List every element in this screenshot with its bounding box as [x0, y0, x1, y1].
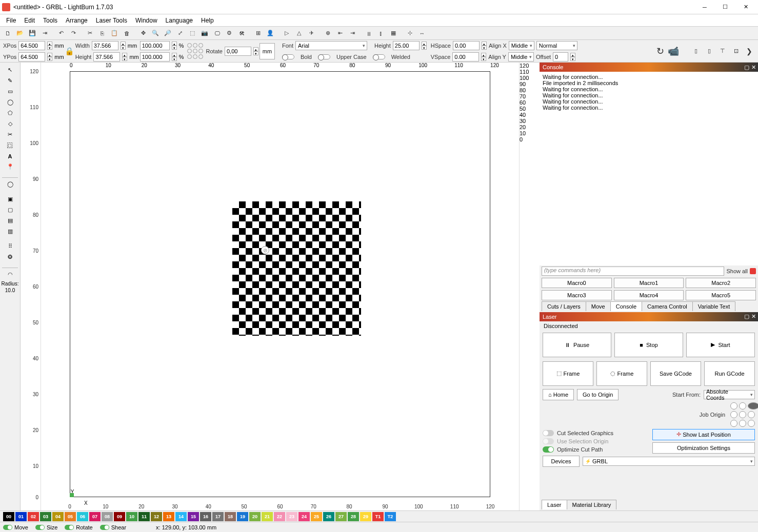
- radius-tool-icon[interactable]: ◠: [4, 269, 16, 280]
- device-select[interactable]: ⚡ GRBL: [583, 457, 755, 466]
- color-swatch-15[interactable]: 15: [188, 512, 199, 521]
- laser-close-icon[interactable]: ✕: [751, 313, 756, 320]
- distribute-v-icon[interactable]: ⫿: [375, 28, 387, 39]
- size-toggle[interactable]: [35, 525, 45, 530]
- color-swatch-07[interactable]: 07: [89, 512, 101, 521]
- imported-image[interactable]: [232, 201, 362, 336]
- color-swatch-14[interactable]: 14: [175, 512, 187, 521]
- zoom-in-icon[interactable]: 🔍: [150, 28, 161, 39]
- vspace-input[interactable]: 0.00: [452, 52, 479, 62]
- align-bot-icon[interactable]: ⊤: [717, 46, 728, 57]
- circular-array-icon[interactable]: ❂: [4, 252, 16, 262]
- rotate-input[interactable]: 0,00: [225, 47, 251, 56]
- boolean-weld-icon[interactable]: ▥: [4, 226, 16, 237]
- hspace-input[interactable]: 0.00: [453, 41, 480, 50]
- upper-toggle[interactable]: [318, 54, 330, 59]
- tab-variable[interactable]: Variable Text: [692, 301, 736, 311]
- color-swatch-20[interactable]: 20: [249, 512, 261, 521]
- ellipse-tool-icon[interactable]: ◯: [4, 97, 16, 108]
- color-swatch-08[interactable]: 08: [102, 512, 113, 521]
- macro1-button[interactable]: Macro1: [614, 278, 684, 288]
- console-input[interactable]: (type commands here): [542, 267, 724, 276]
- polygon-tool-icon[interactable]: ⬠: [4, 108, 16, 118]
- menu-language[interactable]: Language: [162, 16, 197, 25]
- cam-icon[interactable]: 📹: [668, 46, 679, 57]
- minimize-button[interactable]: ─: [694, 1, 715, 14]
- color-swatch-04[interactable]: 04: [52, 512, 64, 521]
- tab-cuts[interactable]: Cuts / Layers: [542, 301, 586, 311]
- menu-edit[interactable]: Edit: [20, 16, 39, 25]
- dimension-icon[interactable]: ↔: [416, 28, 428, 39]
- boolean-union-icon[interactable]: ▣: [4, 194, 16, 204]
- canvas[interactable]: 120 110 100 90 80 70 60 50 40 30 20 10 0…: [21, 63, 540, 510]
- menu-tools[interactable]: Tools: [39, 16, 62, 25]
- aligny-select[interactable]: Middle: [508, 52, 534, 62]
- offset-input[interactable]: 0: [553, 52, 568, 62]
- boolean-intersect-icon[interactable]: ▤: [4, 215, 16, 226]
- welded-toggle[interactable]: [373, 54, 385, 59]
- rotate-toggle[interactable]: [65, 525, 74, 530]
- camera-icon[interactable]: 📷: [199, 28, 210, 39]
- tab-console[interactable]: Console: [610, 301, 642, 311]
- edit-nodes-icon[interactable]: ✂: [4, 129, 16, 140]
- color-swatch-13[interactable]: 13: [163, 512, 174, 521]
- optimization-settings-button[interactable]: Optimization Settings: [652, 442, 755, 454]
- macro5-button[interactable]: Macro5: [686, 290, 756, 300]
- macro2-button[interactable]: Macro2: [686, 278, 756, 288]
- align-center-icon[interactable]: ⊕: [322, 28, 333, 39]
- optimize-toggle[interactable]: [543, 446, 554, 453]
- color-swatch-T2[interactable]: T2: [385, 512, 396, 521]
- close-button[interactable]: ✕: [735, 1, 756, 14]
- showall-indicator[interactable]: [750, 268, 756, 274]
- laser-pin-icon[interactable]: ▢: [744, 313, 749, 320]
- redo-icon[interactable]: ↷: [68, 28, 79, 39]
- expand-icon[interactable]: ❯: [744, 46, 755, 57]
- radius-value[interactable]: 10.0: [5, 288, 15, 293]
- color-swatch-17[interactable]: 17: [212, 512, 224, 521]
- color-swatch-02[interactable]: 02: [28, 512, 39, 521]
- style-select[interactable]: Normal: [536, 41, 577, 50]
- color-swatch-22[interactable]: 22: [274, 512, 285, 521]
- measure-icon[interactable]: ◯: [4, 179, 16, 190]
- font-height-input[interactable]: 25.00: [393, 41, 420, 50]
- color-swatch-06[interactable]: 06: [77, 512, 88, 521]
- menu-arrange[interactable]: Arrange: [62, 16, 92, 25]
- panel-pin-icon[interactable]: ▢: [744, 64, 749, 71]
- new-icon[interactable]: 🗋: [2, 28, 13, 39]
- group-icon[interactable]: ⊞: [252, 28, 264, 39]
- xpos-input[interactable]: 64.500: [18, 41, 45, 50]
- mirror-v-icon[interactable]: △: [293, 28, 305, 39]
- mirror-h-icon[interactable]: ▷: [281, 28, 292, 39]
- run-gcode-button[interactable]: Run GCode: [704, 361, 755, 386]
- text-tool-icon[interactable]: A: [4, 151, 16, 161]
- color-swatch-18[interactable]: 18: [225, 512, 236, 521]
- start-from-select[interactable]: Absolute Coords: [704, 390, 755, 399]
- align-top-icon[interactable]: ▯: [690, 46, 702, 57]
- align-left-icon[interactable]: ⇤: [334, 28, 346, 39]
- settings-icon[interactable]: ⚙: [224, 28, 235, 39]
- width-input[interactable]: 37.566: [92, 41, 118, 50]
- font-select[interactable]: Arial: [295, 41, 367, 50]
- scale-x-input[interactable]: 100.000: [140, 41, 170, 50]
- stop-button[interactable]: ■Stop: [614, 333, 683, 357]
- go-origin-button[interactable]: Go to Origin: [577, 389, 619, 400]
- color-swatch-28[interactable]: 28: [348, 512, 359, 521]
- cut-selected-toggle[interactable]: [543, 430, 554, 436]
- pause-button[interactable]: ⏸Pause: [543, 333, 611, 357]
- bezier-tool-icon[interactable]: ◇: [4, 118, 16, 129]
- color-swatch-25[interactable]: 25: [311, 512, 322, 521]
- grid-icon[interactable]: ⠿: [4, 241, 16, 252]
- pan-icon[interactable]: ✥: [137, 28, 149, 39]
- move-toggle[interactable]: [3, 525, 12, 530]
- units-button[interactable]: mm: [260, 43, 275, 59]
- color-swatch-01[interactable]: 01: [15, 512, 27, 521]
- canvas-surface[interactable]: ⊘ Y X 0 10 20 30 40 50 60 70 80 90 100 1…: [41, 63, 519, 510]
- color-swatch-29[interactable]: 29: [360, 512, 371, 521]
- align-mid-icon[interactable]: ▯: [704, 46, 715, 57]
- tab-material[interactable]: Material Library: [567, 500, 617, 509]
- color-swatch-03[interactable]: 03: [40, 512, 51, 521]
- open-icon[interactable]: 📂: [14, 28, 26, 39]
- macro3-button[interactable]: Macro3: [542, 290, 612, 300]
- bold-toggle[interactable]: [282, 54, 294, 59]
- save-icon[interactable]: 💾: [27, 28, 38, 39]
